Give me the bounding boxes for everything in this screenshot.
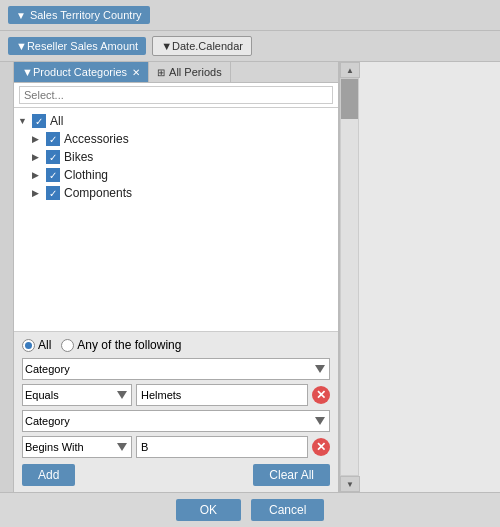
condition-row-1-value: Equals Not Equals Begins With Contains ✕ (22, 384, 330, 406)
radio-all-text: All (38, 338, 51, 352)
tree-label-clothing: Clothing (64, 168, 108, 182)
chip1-arrow-icon: ▼ (16, 10, 26, 21)
active-tab-label: Product Categories (33, 66, 127, 78)
condition2-operator-select[interactable]: Equals Not Equals Begins With Contains (22, 436, 132, 458)
chip3-arrow-icon: ▼ (161, 40, 172, 52)
list-item: ▶ Accessories (16, 130, 336, 148)
bottom-bar: OK Cancel (0, 492, 500, 527)
scroll-up-btn[interactable]: ▲ (340, 62, 360, 78)
list-item: ▼ All (16, 112, 336, 130)
tree-label-all: All (50, 114, 63, 128)
tree-expand-icon[interactable]: ▼ (18, 116, 30, 126)
tree-expand-clothing-icon[interactable]: ▶ (32, 170, 44, 180)
tree-checkbox-components[interactable] (46, 186, 60, 200)
tab-close-icon[interactable]: ✕ (132, 67, 140, 78)
tree-label-accessories: Accessories (64, 132, 129, 146)
add-button[interactable]: Add (22, 464, 75, 486)
chip1-label: Sales Territory Country (30, 9, 142, 21)
tab-arrow-icon: ▼ (22, 66, 33, 78)
tree-checkbox-all[interactable] (32, 114, 46, 128)
left-sidebar (0, 62, 14, 492)
radio-all-btn[interactable] (22, 339, 35, 352)
tree-checkbox-accessories[interactable] (46, 132, 60, 146)
condition2-value-input[interactable] (136, 436, 308, 458)
radio-all-label[interactable]: All (22, 338, 51, 352)
action-row: Add Clear All (22, 464, 330, 486)
tree-expand-components-icon[interactable]: ▶ (32, 188, 44, 198)
sales-territory-chip[interactable]: ▼ Sales Territory Country (8, 6, 150, 24)
tree-checkbox-bikes[interactable] (46, 150, 60, 164)
list-item: ▶ Bikes (16, 148, 336, 166)
condition1-delete-btn[interactable]: ✕ (312, 386, 330, 404)
main-container: ▼ Sales Territory Country ▼ Reseller Sal… (0, 0, 500, 527)
chip2-label: Reseller Sales Amount (27, 40, 138, 52)
panel-header: ▼ Product Categories ✕ ⊞ All Periods (14, 62, 338, 83)
radio-any-text: Any of the following (77, 338, 181, 352)
scroll-down-btn[interactable]: ▼ (340, 476, 360, 492)
inactive-tab-label: All Periods (169, 66, 222, 78)
tree-area: ▼ All ▶ Accessories ▶ Bikes (14, 108, 338, 331)
product-categories-tab[interactable]: ▼ Product Categories ✕ (14, 62, 149, 82)
condition-row-1-field: Category (22, 358, 330, 380)
radio-row: All Any of the following (22, 338, 330, 352)
all-periods-tab[interactable]: ⊞ All Periods (149, 62, 231, 82)
filter-conditions: All Any of the following Category (14, 331, 338, 492)
top-filter-bar: ▼ Sales Territory Country (0, 0, 500, 31)
condition2-delete-btn[interactable]: ✕ (312, 438, 330, 456)
condition-row-2-field: Category (22, 410, 330, 432)
plus-icon: ⊞ (157, 67, 165, 78)
left-panel: ▼ Product Categories ✕ ⊞ All Periods ▼ (14, 62, 339, 492)
chip2-arrow-icon: ▼ (16, 40, 27, 52)
list-item: ▶ Components (16, 184, 336, 202)
second-filter-bar: ▼ Reseller Sales Amount ▼ Date.Calendar (0, 31, 500, 62)
ok-button[interactable]: OK (176, 499, 241, 521)
tree-checkbox-clothing[interactable] (46, 168, 60, 182)
reseller-sales-chip[interactable]: ▼ Reseller Sales Amount (8, 37, 146, 55)
condition1-value-input[interactable] (136, 384, 308, 406)
tree-label-bikes: Bikes (64, 150, 93, 164)
radio-any-label[interactable]: Any of the following (61, 338, 181, 352)
scroll-thumb[interactable] (341, 79, 358, 119)
tree-expand-bikes-icon[interactable]: ▶ (32, 152, 44, 162)
radio-any-btn[interactable] (61, 339, 74, 352)
list-item: ▶ Clothing (16, 166, 336, 184)
scroll-track[interactable] (340, 78, 359, 476)
condition-row-2-value: Equals Not Equals Begins With Contains ✕ (22, 436, 330, 458)
date-calendar-chip[interactable]: ▼ Date.Calendar (152, 36, 252, 56)
right-scrollbar: ▲ ▼ (339, 62, 359, 492)
condition2-field-select[interactable]: Category (22, 410, 330, 432)
tree-label-components: Components (64, 186, 132, 200)
search-bar (14, 83, 338, 108)
clear-all-button[interactable]: Clear All (253, 464, 330, 486)
content-area: ▼ Product Categories ✕ ⊞ All Periods ▼ (0, 62, 500, 492)
chip3-label: Date.Calendar (172, 40, 243, 52)
search-input[interactable] (19, 86, 333, 104)
condition1-operator-select[interactable]: Equals Not Equals Begins With Contains (22, 384, 132, 406)
condition1-field-select[interactable]: Category (22, 358, 330, 380)
tree-expand-accessories-icon[interactable]: ▶ (32, 134, 44, 144)
cancel-button[interactable]: Cancel (251, 499, 324, 521)
